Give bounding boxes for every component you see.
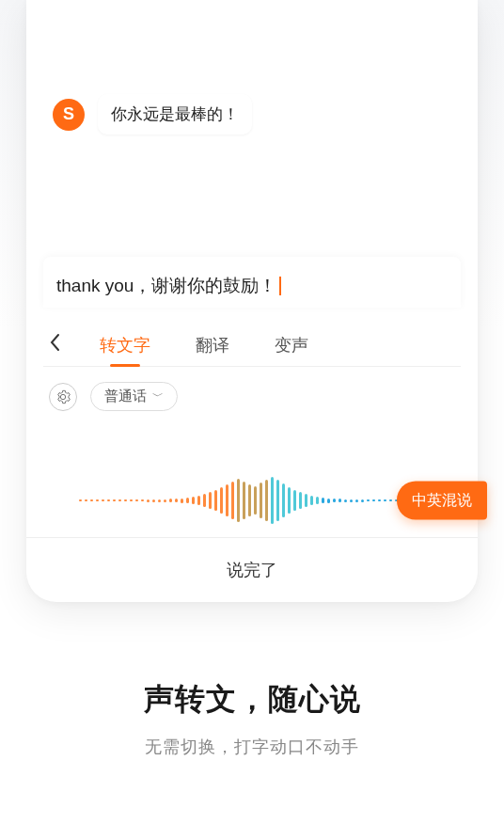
wave-bar bbox=[237, 479, 240, 522]
tab-label: 转文字 bbox=[100, 336, 150, 355]
wave-bar bbox=[209, 492, 212, 509]
wave-bar bbox=[276, 480, 279, 521]
wave-bar bbox=[135, 499, 138, 501]
wave-bar bbox=[79, 499, 82, 501]
mixed-language-badge: 中英混说 bbox=[397, 482, 487, 520]
wave-bar bbox=[113, 499, 116, 501]
waveform: 中英混说 bbox=[43, 467, 461, 533]
language-selector[interactable]: 普通话 ﹀ bbox=[90, 382, 178, 411]
wave-bar bbox=[243, 482, 245, 519]
wave-bar bbox=[293, 490, 296, 511]
tab-speech-to-text[interactable]: 转文字 bbox=[100, 325, 150, 366]
wave-bar bbox=[175, 499, 178, 502]
tab-label: 变声 bbox=[275, 336, 308, 355]
language-label: 普通话 bbox=[104, 388, 147, 405]
wave-bar bbox=[192, 497, 195, 504]
wave-bar bbox=[372, 499, 375, 501]
wave-bar bbox=[220, 487, 223, 514]
wave-bar bbox=[90, 499, 93, 501]
wave-bar bbox=[322, 498, 324, 503]
promo-title: 声转文，随心说 bbox=[0, 679, 504, 721]
tabs: 转文字 翻译 变声 bbox=[43, 325, 461, 367]
chevron-down-icon: ﹀ bbox=[152, 388, 164, 404]
wave-bar bbox=[344, 499, 347, 502]
chat-bubble: 你永远是最棒的！ bbox=[98, 94, 252, 135]
tab-voice-change[interactable]: 变声 bbox=[275, 325, 308, 366]
chat-row: S 你永远是最棒的！ bbox=[53, 94, 451, 135]
wave-bar bbox=[85, 499, 87, 501]
wave-bar bbox=[327, 499, 330, 503]
wave-bar bbox=[118, 499, 121, 501]
wave-bar bbox=[203, 494, 206, 507]
wave-bar bbox=[141, 499, 144, 501]
wave-bar bbox=[333, 499, 336, 502]
wave-bar bbox=[124, 499, 127, 501]
wave-bar bbox=[260, 483, 262, 518]
wave-bar bbox=[384, 499, 386, 501]
wave-bar bbox=[152, 499, 155, 502]
wave-bar bbox=[130, 499, 133, 501]
wave-bar bbox=[378, 499, 381, 501]
chat-area: S 你永远是最棒的！ bbox=[26, 0, 478, 135]
wave-bar bbox=[181, 499, 183, 503]
wave-bar bbox=[254, 486, 257, 515]
wave-bar bbox=[248, 484, 251, 516]
chat-message-text: 你永远是最棒的！ bbox=[111, 105, 239, 123]
phone-frame: S 你永远是最棒的！ thank you，谢谢你的鼓励！ 转文字 翻译 变声 bbox=[26, 0, 478, 602]
promo-subtitle: 无需切换，打字动口不动手 bbox=[0, 736, 504, 758]
wave-bar bbox=[214, 490, 217, 511]
avatar-letter: S bbox=[63, 104, 74, 124]
wave-bar bbox=[102, 499, 104, 501]
wave-bar bbox=[197, 496, 200, 505]
wave-bar bbox=[282, 483, 285, 517]
back-button[interactable] bbox=[43, 325, 77, 365]
wave-bar bbox=[226, 484, 228, 516]
chevron-left-icon bbox=[49, 333, 60, 352]
input-value: thank you，谢谢你的鼓励！ bbox=[56, 274, 276, 298]
wave-bar bbox=[367, 499, 370, 501]
wave-bar bbox=[169, 499, 172, 502]
gear-icon bbox=[55, 389, 71, 404]
wave-bar bbox=[305, 494, 307, 507]
wave-bar bbox=[271, 477, 274, 524]
controls-row: 普通话 ﹀ bbox=[49, 382, 461, 411]
done-button[interactable]: 说完了 bbox=[26, 537, 478, 602]
wave-bar bbox=[186, 498, 189, 503]
wave-bar bbox=[350, 499, 353, 502]
wave-bar bbox=[316, 497, 319, 504]
wave-bar bbox=[288, 487, 291, 514]
avatar: S bbox=[53, 99, 85, 131]
wave-bar bbox=[310, 496, 313, 505]
wave-bar bbox=[361, 499, 364, 502]
wave-bar bbox=[231, 482, 234, 519]
wave-bar bbox=[96, 499, 99, 501]
wave-bar bbox=[164, 499, 166, 502]
wave-bar bbox=[355, 499, 358, 502]
text-cursor bbox=[279, 277, 281, 295]
wave-bar bbox=[299, 492, 302, 509]
wave-bar bbox=[147, 499, 150, 502]
tab-label: 翻译 bbox=[196, 336, 229, 355]
tab-translate[interactable]: 翻译 bbox=[196, 325, 229, 366]
wave-bar bbox=[265, 480, 268, 521]
wave-bar bbox=[158, 499, 161, 502]
input-area[interactable]: thank you，谢谢你的鼓励！ bbox=[43, 257, 461, 308]
wave-bar bbox=[107, 499, 110, 501]
badge-text: 中英混说 bbox=[412, 492, 472, 508]
input-text[interactable]: thank you，谢谢你的鼓励！ bbox=[56, 274, 448, 298]
wave-bar bbox=[339, 499, 341, 502]
promo-section: 声转文，随心说 无需切换，打字动口不动手 bbox=[0, 679, 504, 758]
done-label: 说完了 bbox=[227, 561, 277, 579]
settings-button[interactable] bbox=[49, 383, 77, 411]
wave-bar bbox=[389, 499, 392, 501]
